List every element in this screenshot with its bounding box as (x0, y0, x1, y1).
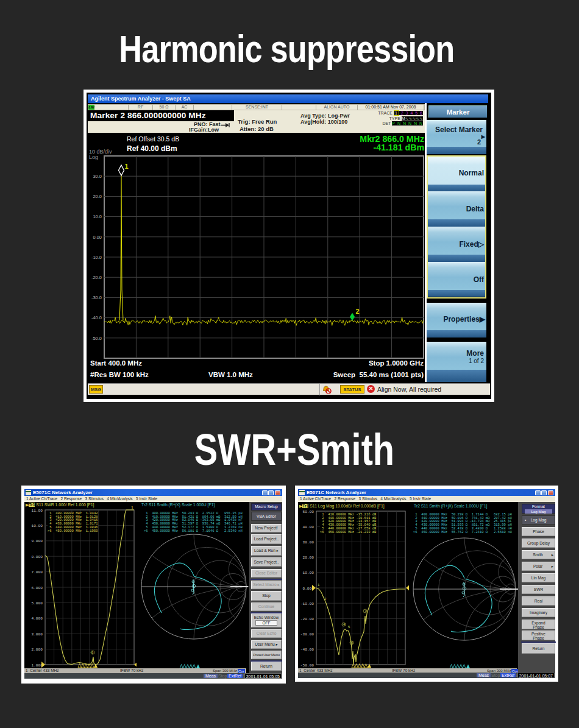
svg-text:-10.0: -10.0 (91, 255, 102, 260)
svg-text:11.00: 11.00 (31, 509, 43, 513)
svg-text:5.000: 5.000 (31, 601, 43, 606)
svg-text:10.00: 10.00 (31, 524, 43, 528)
svg-text:-20.0: -20.0 (91, 275, 102, 280)
svg-text:10.00: 10.00 (302, 571, 314, 575)
svg-text:1: 1 (125, 163, 129, 170)
svg-text:30.00: 30.00 (302, 540, 314, 545)
svg-text:8.000: 8.000 (31, 555, 43, 559)
svg-text:3.000: 3.000 (31, 632, 43, 637)
svg-text:30.0: 30.0 (93, 174, 102, 179)
svg-text:20.0: 20.0 (93, 194, 102, 199)
svg-text:-20.00: -20.00 (300, 617, 314, 621)
svg-text:6.000: 6.000 (31, 586, 43, 590)
svg-text:1.000: 1.000 (31, 663, 43, 668)
svg-text:-50.0: -50.0 (91, 336, 102, 341)
svg-text:0.00: 0.00 (93, 235, 102, 240)
svg-text:1: 1 (131, 506, 133, 510)
svg-text:2.000: 2.000 (31, 648, 43, 652)
svg-text:40.00: 40.00 (302, 525, 314, 529)
svg-text:10.0: 10.0 (93, 214, 102, 219)
svg-text:-50.00: -50.00 (300, 663, 314, 668)
svg-text:7.000: 7.000 (31, 570, 43, 574)
svg-text:50.00: 50.00 (302, 510, 314, 514)
svg-text:-10.00: -10.00 (300, 602, 314, 606)
svg-text:4.000: 4.000 (31, 617, 43, 621)
svg-text:-30.00: -30.00 (300, 632, 314, 637)
svg-text:2: 2 (356, 308, 360, 315)
svg-text:20.00: 20.00 (302, 556, 314, 560)
svg-text:9.000: 9.000 (31, 539, 43, 543)
svg-text:-40.00: -40.00 (300, 648, 314, 652)
svg-text:-40.0: -40.0 (91, 315, 102, 320)
svg-text:-30.0: -30.0 (91, 295, 102, 300)
